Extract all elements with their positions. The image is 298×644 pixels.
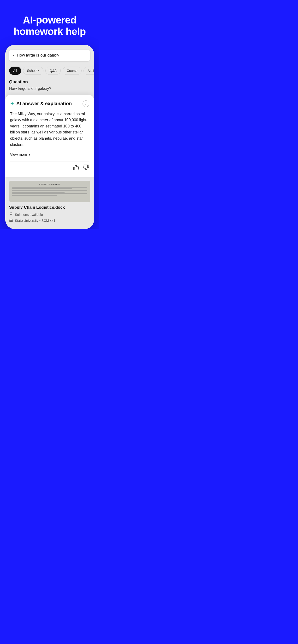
doc-preview-title: EXECUTIVE SUMMARY bbox=[12, 184, 87, 185]
phone-mockup: ‹ How large is our galaxy All School ▾ Q… bbox=[5, 45, 94, 229]
chevron-down-icon: ▾ bbox=[38, 69, 39, 72]
filter-pill-course[interactable]: Course bbox=[63, 66, 82, 75]
doc-line-4 bbox=[12, 192, 65, 192]
question-label: Question bbox=[9, 80, 90, 84]
sparkle-icon: ✦ bbox=[10, 100, 14, 107]
thumbs-up-button[interactable] bbox=[73, 164, 79, 172]
view-more-chevron-icon: ▾ bbox=[29, 152, 30, 156]
doc-line-2 bbox=[12, 188, 72, 189]
svg-rect-3 bbox=[11, 220, 12, 222]
bulb-icon bbox=[9, 212, 13, 217]
filter-pill-qa[interactable]: Q&A bbox=[45, 66, 61, 75]
solutions-text: Solutions available bbox=[15, 213, 43, 216]
filter-pill-assign[interactable]: Assign bbox=[83, 66, 94, 75]
search-bar[interactable]: ‹ How large is our galaxy bbox=[9, 50, 90, 61]
doc-section: EXECUTIVE SUMMARY Supply Chain Logistics… bbox=[5, 177, 94, 229]
filter-pill-all[interactable]: All bbox=[9, 66, 21, 75]
doc-preview-lines bbox=[12, 187, 87, 196]
back-icon[interactable]: ‹ bbox=[13, 53, 14, 58]
search-query-text: How large is our galaxy bbox=[17, 53, 59, 58]
hero-title: AI-powered homework help bbox=[14, 14, 86, 38]
doc-card[interactable]: EXECUTIVE SUMMARY Supply Chain Logistics… bbox=[5, 177, 94, 229]
ai-answer-card: ✦ AI answer & explanation i The Milky Wa… bbox=[5, 95, 94, 177]
svg-rect-2 bbox=[10, 220, 13, 222]
doc-line-5 bbox=[12, 193, 87, 194]
hero-section: AI-powered homework help bbox=[0, 0, 99, 45]
question-text: How large is our galaxy? bbox=[9, 86, 90, 91]
search-area: ‹ How large is our galaxy bbox=[5, 45, 94, 64]
feedback-row bbox=[10, 161, 89, 172]
thumbs-down-button[interactable] bbox=[83, 164, 89, 172]
view-more-row: View more ▾ bbox=[10, 152, 89, 156]
filter-pill-school[interactable]: School ▾ bbox=[23, 66, 44, 75]
filter-row: All School ▾ Q&A Course Assign bbox=[5, 64, 94, 77]
doc-filename: Supply Chain Logistics.docx bbox=[9, 205, 90, 210]
doc-line-6 bbox=[12, 195, 57, 196]
ai-answer-title-row: ✦ AI answer & explanation bbox=[10, 100, 72, 107]
doc-line-1 bbox=[12, 187, 87, 188]
building-icon bbox=[9, 218, 13, 223]
ai-answer-header: ✦ AI answer & explanation i bbox=[10, 100, 89, 107]
view-more-link[interactable]: View more bbox=[10, 152, 27, 156]
ai-answer-body: The Milky Way, our galaxy, is a barred s… bbox=[10, 111, 89, 148]
doc-preview: EXECUTIVE SUMMARY bbox=[9, 181, 90, 202]
question-section: Question How large is our galaxy? bbox=[5, 77, 94, 95]
ai-answer-title: AI answer & explanation bbox=[16, 101, 72, 106]
doc-line-3 bbox=[12, 190, 87, 191]
info-icon[interactable]: i bbox=[83, 100, 89, 107]
university-text: State University • SCM 441 bbox=[15, 219, 55, 222]
doc-solutions-row: Solutions available bbox=[9, 212, 90, 217]
doc-university-row: State University • SCM 441 bbox=[9, 218, 90, 223]
